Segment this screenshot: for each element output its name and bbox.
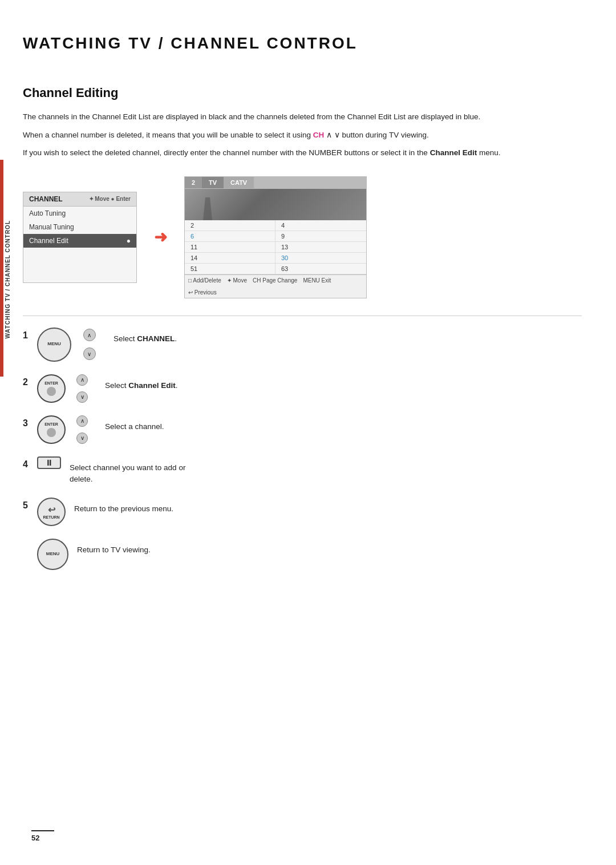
page-number: 52	[31, 834, 39, 842]
para3-text: If you wish to select the deleted channe…	[23, 148, 430, 157]
step-6-text: Return to TV viewing.	[77, 539, 151, 556]
grid-tv-51: 51	[185, 264, 275, 274]
page-number-area: 52	[31, 830, 54, 842]
menu-button-2[interactable]: MENU	[37, 539, 68, 570]
grid-tv-11: 11	[185, 242, 275, 253]
side-tab-bar	[0, 160, 3, 377]
step-2-row: 2 ENTER ∧ ∨ Select Channel Edit.	[23, 374, 582, 403]
channel-menu-box: CHANNEL ✦ Move ● Enter Auto Tuning Manua…	[23, 192, 137, 283]
preview-lighthouse	[196, 197, 219, 220]
step-2-buttons: ENTER ∧ ∨	[37, 374, 96, 403]
step-3-buttons: ENTER ∧ ∨	[37, 415, 96, 444]
channel-edit-icon: ●	[127, 237, 131, 245]
para2-prefix: When a channel number is deleted, it mea…	[23, 131, 313, 139]
enter-button[interactable]: ENTER	[37, 374, 66, 403]
channel-edit-footer: □ Add/Delete ✦ Move CH Page Change MENU …	[185, 274, 366, 298]
grid-catv-13: 13	[275, 242, 366, 253]
grid-tv-2: 2	[185, 220, 275, 231]
grid-catv-30: 30	[275, 253, 366, 264]
section-divider	[23, 316, 582, 316]
para2-suffix: button during TV viewing.	[342, 131, 429, 139]
tab-catv[interactable]: CATV	[224, 177, 254, 188]
step-2-text: Select Channel Edit.	[105, 374, 178, 391]
step-1-bold: CHANNEL	[137, 334, 175, 343]
footer-exit: MENU Exit	[303, 277, 331, 284]
enter-button-3[interactable]: ENTER	[37, 415, 66, 444]
step-4-text: Select channel you want to add ordelete.	[70, 456, 185, 486]
nav-up-3[interactable]: ∧	[76, 415, 88, 427]
grid-catv-63: 63	[275, 264, 366, 274]
step-5-text: Return to the previous menu.	[74, 498, 173, 515]
step-4-row: 4 ⏸ Select channel you want to add ordel…	[23, 456, 582, 486]
return-icon: ↩	[48, 504, 55, 515]
grid-catv-4: 4	[275, 220, 366, 231]
nav-down-1[interactable]: ∨	[83, 347, 96, 360]
page-title: WATCHING TV / CHANNEL CONTROL	[23, 34, 582, 57]
enter-label-3: ENTER	[44, 422, 58, 427]
step-3-number: 3	[23, 418, 34, 429]
nav-btn-group-1: ∧ ∨	[74, 329, 105, 360]
step-3-text: Select a channel.	[105, 415, 164, 432]
description-para1: The channels in the Channel Edit List ar…	[23, 111, 582, 123]
grid-catv-9: 9	[275, 231, 366, 242]
step-5-buttons: ↩ RETURN	[37, 498, 66, 526]
enter-label: ENTER	[44, 381, 58, 386]
channel-edit-header: 2 TV CATV	[185, 177, 366, 189]
step-5-number: 5	[23, 500, 34, 511]
steps-area: 1 MENU ∧ ∨ Select CHANNEL. 2	[23, 328, 582, 571]
side-tab: WATCHING TV / CHANNEL CONTROL	[0, 160, 13, 399]
tab-tv[interactable]: TV	[202, 177, 224, 188]
channel-edit-panel: 2 TV CATV 2 4 6 9 11 13 14 30 51 63	[184, 176, 367, 298]
para2-arrows: ∧ ∨	[324, 131, 342, 139]
nav-down-3[interactable]: ∨	[76, 432, 88, 444]
step-5-row: 5 ↩ RETURN Return to the previous menu.	[23, 498, 582, 526]
page-number-line	[31, 830, 54, 831]
menu-label: MENU	[47, 342, 61, 347]
pause-icon: ⏸	[45, 458, 53, 467]
footer-page-change: CH Page Change	[253, 277, 297, 284]
step-1-text: Select CHANNEL.	[114, 328, 177, 345]
para3-bold: Channel Edit	[430, 148, 477, 157]
step-1-number: 1	[23, 330, 34, 341]
footer-move: ✦ Move	[227, 277, 247, 284]
menu-label-2: MENU	[46, 552, 60, 557]
step-4-number: 4	[23, 459, 34, 470]
step-6-number	[23, 541, 34, 552]
para1-text: The channels in the Channel Edit List ar…	[23, 112, 480, 121]
para3-suffix: menu.	[477, 148, 500, 157]
diagram-arrow: ➜	[154, 228, 167, 246]
footer-previous: ↩ Previous	[188, 289, 217, 296]
channel-menu-item-channeledit[interactable]: Channel Edit ●	[23, 234, 136, 248]
description-para3: If you wish to select the deleted channe…	[23, 147, 582, 159]
channel-menu-item-manualtuning: Manual Tuning	[23, 220, 136, 234]
footer-add-delete: □ Add/Delete	[188, 277, 221, 284]
side-tab-text: WATCHING TV / CHANNEL CONTROL	[5, 220, 11, 339]
enter-inner-3	[47, 428, 56, 437]
nav-btn-group-3: ∧ ∨	[68, 415, 96, 444]
step-2-bold: Channel Edit	[128, 381, 176, 390]
nav-up-1[interactable]: ∧	[83, 329, 96, 341]
ch-highlight: CH	[313, 131, 325, 139]
return-button[interactable]: ↩ RETURN	[37, 498, 66, 526]
enter-button-group: ENTER	[37, 374, 66, 403]
description-para2: When a channel number is deleted, it mea…	[23, 129, 582, 142]
channel-menu-title: CHANNEL	[29, 195, 63, 203]
step-2-number: 2	[23, 377, 34, 387]
section-heading: Channel Editing	[23, 86, 582, 100]
menu-button-group: MENU	[37, 328, 71, 362]
main-content: WATCHING TV / CHANNEL CONTROL Channel Ed…	[23, 0, 582, 570]
step-4-buttons: ⏸	[37, 456, 61, 469]
step-1-row: 1 MENU ∧ ∨ Select CHANNEL.	[23, 328, 582, 362]
channel-edit-grid: 2 4 6 9 11 13 14 30 51 63	[185, 220, 366, 274]
channel-menu-item-autotuning: Auto Tuning	[23, 207, 136, 220]
step-6-row: MENU Return to TV viewing.	[23, 539, 582, 570]
nav-down-2[interactable]: ∨	[76, 391, 88, 403]
channel-number: 2	[185, 177, 202, 188]
channel-edit-label: Channel Edit	[29, 237, 68, 245]
nav-btn-group-2: ∧ ∨	[68, 374, 96, 403]
header-spacer	[254, 177, 366, 188]
step-1-buttons: MENU ∧ ∨	[37, 328, 105, 362]
menu-button[interactable]: MENU	[37, 328, 71, 362]
nav-up-2[interactable]: ∧	[76, 374, 88, 386]
pause-button[interactable]: ⏸	[37, 456, 61, 469]
